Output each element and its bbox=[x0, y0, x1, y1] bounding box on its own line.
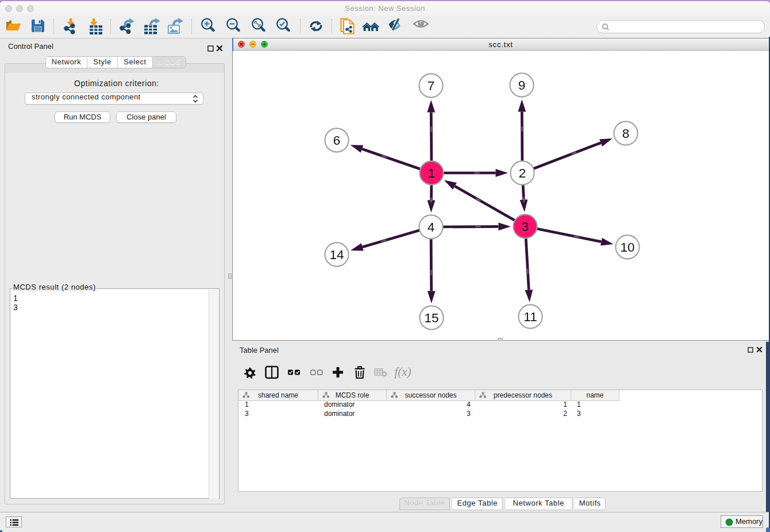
svg-text:9: 9 bbox=[518, 78, 526, 92]
svg-text:f(x): f(x) bbox=[394, 365, 411, 379]
svg-text:15: 15 bbox=[424, 311, 438, 325]
svg-text:10: 10 bbox=[620, 240, 634, 255]
svg-text:1: 1 bbox=[428, 166, 436, 180]
svg-text:8: 8 bbox=[622, 126, 630, 141]
svg-text:7: 7 bbox=[428, 79, 435, 93]
svg-text:3: 3 bbox=[522, 219, 529, 234]
svg-text:14: 14 bbox=[329, 248, 344, 262]
svg-text:6: 6 bbox=[333, 133, 341, 148]
svg-text:4: 4 bbox=[428, 220, 435, 234]
svg-text:2: 2 bbox=[519, 166, 526, 180]
svg-text:11: 11 bbox=[523, 310, 537, 324]
